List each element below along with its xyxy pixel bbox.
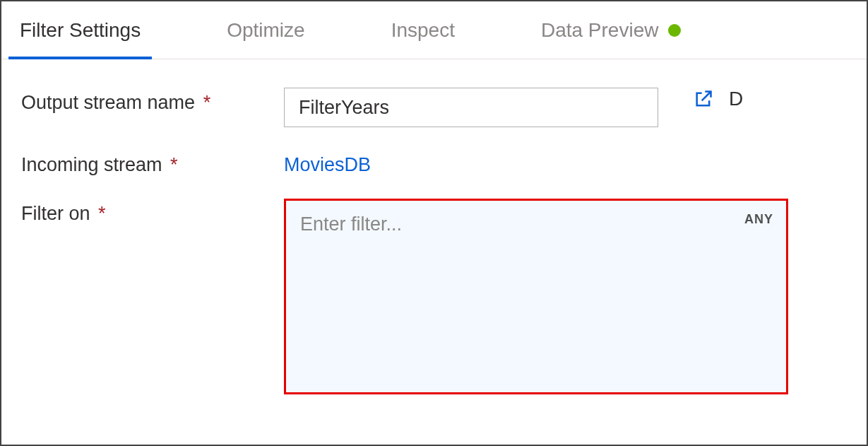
output-stream-input[interactable] <box>284 88 658 127</box>
truncated-label: D <box>729 88 743 110</box>
required-mark: * <box>170 154 178 175</box>
filter-placeholder: Enter filter... <box>300 213 402 235</box>
label-text: Filter on <box>21 203 90 224</box>
required-mark: * <box>203 92 211 113</box>
output-stream-label: Output stream name * <box>21 88 284 114</box>
filter-type-badge: ANY <box>744 212 773 227</box>
right-actions: D <box>694 88 743 110</box>
tab-label: Optimize <box>227 19 304 42</box>
open-external-icon[interactable] <box>694 89 713 109</box>
row-incoming-stream: Incoming stream * MoviesDB <box>21 150 847 176</box>
row-filter-on: Filter on * Enter filter... ANY <box>21 199 847 394</box>
link-text: MoviesDB <box>284 154 371 175</box>
status-dot-icon <box>668 24 681 37</box>
tab-data-preview[interactable]: Data Preview <box>537 1 686 59</box>
filter-settings-form: Output stream name * D Incoming stream *… <box>1 59 867 394</box>
required-mark: * <box>98 203 106 224</box>
tab-label: Filter Settings <box>20 19 141 42</box>
filter-expression-input[interactable]: Enter filter... ANY <box>284 199 788 394</box>
label-text: Incoming stream <box>21 154 162 175</box>
incoming-stream-link[interactable]: MoviesDB <box>284 150 371 176</box>
tab-label: Data Preview <box>541 19 659 42</box>
settings-tabs: Filter Settings Optimize Inspect Data Pr… <box>1 1 867 59</box>
tab-label: Inspect <box>391 19 455 42</box>
filter-on-label: Filter on * <box>21 199 284 225</box>
incoming-stream-label: Incoming stream * <box>21 150 284 176</box>
label-text: Output stream name <box>21 92 195 113</box>
tab-optimize[interactable]: Optimize <box>222 1 309 59</box>
tab-filter-settings[interactable]: Filter Settings <box>16 1 145 59</box>
tab-inspect[interactable]: Inspect <box>387 1 459 59</box>
row-output-stream: Output stream name * D <box>21 88 847 127</box>
